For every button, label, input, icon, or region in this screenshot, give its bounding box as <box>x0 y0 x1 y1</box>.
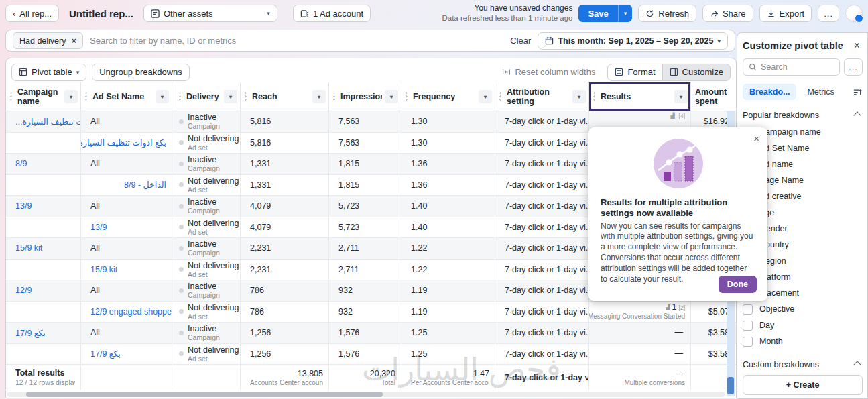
column-header-ad-set-name[interactable]: Ad Set Name▾ <box>81 82 172 111</box>
campaign-name-link[interactable]: 15/9 kit <box>15 243 42 253</box>
save-dropdown-button[interactable]: ▾ <box>618 5 633 22</box>
ad-set-name[interactable]: All <box>90 117 100 126</box>
done-button[interactable]: Done <box>719 276 757 293</box>
drag-handle[interactable] <box>499 91 501 102</box>
ad-set-name[interactable]: 12/9 engaged shoppers <box>90 307 172 317</box>
ad-set-name[interactable]: All <box>90 286 100 295</box>
assets-selector[interactable]: Other assets ▾ <box>143 5 277 22</box>
remove-filter-icon[interactable]: × <box>71 36 76 46</box>
create-custom-breakdown-button[interactable]: + Create <box>743 375 863 395</box>
tab-breakdowns[interactable]: Breakdo... <box>743 84 796 100</box>
close-panel-icon[interactable]: × <box>851 40 863 52</box>
column-menu-button[interactable]: ▾ <box>572 90 586 103</box>
table-row[interactable]: بكع 17/9 Not deliveringAd set 1,256 1,57… <box>6 344 737 365</box>
tab-metrics[interactable]: Metrics <box>803 84 838 100</box>
drag-handle[interactable] <box>85 91 87 102</box>
chevron-down-icon: ▾ <box>76 69 80 76</box>
more-options-button[interactable]: ... <box>818 5 839 22</box>
column-menu-button[interactable]: ▾ <box>674 90 688 103</box>
column-header-results[interactable]: Results▾ <box>589 82 691 111</box>
drag-handle[interactable] <box>406 91 408 102</box>
date-range-selector[interactable]: This month: Sep 1, 2025 – Sep 20, 2025 ▾ <box>538 32 728 50</box>
checkbox[interactable] <box>743 337 753 347</box>
ad-set-name[interactable]: 15/9 kit <box>90 265 117 274</box>
ad-account-selector[interactable]: 1 Ad account <box>293 5 371 22</box>
panel-more-options-button[interactable]: ... <box>844 58 863 76</box>
results-chart-illustration <box>601 138 755 189</box>
table-row[interactable]: 12/9 engaged shoppers Not deliveringAd s… <box>6 302 737 323</box>
filter-chip-had-delivery[interactable]: Had delivery × <box>13 32 83 49</box>
column-header-frequency[interactable]: Frequency▾ <box>401 82 495 111</box>
column-header-amount-spent[interactable]: Amount spent <box>691 82 736 111</box>
collapse-section-icon[interactable] <box>853 111 861 119</box>
account-avatar[interactable] <box>845 5 863 22</box>
reach-cell: 5,816 <box>241 111 329 132</box>
column-menu-button[interactable]: ▾ <box>156 90 169 103</box>
ad-set-name[interactable]: All <box>90 328 100 337</box>
column-header-impressions[interactable]: Impressions▾ <box>329 82 401 111</box>
reach-cell: 1,256 <box>241 323 329 343</box>
view-type-selector[interactable]: Pivot table ▾ <box>11 64 86 81</box>
drag-handle[interactable] <box>10 91 12 102</box>
ad-set-name[interactable]: بكع ادوات تنظيف السيارة <box>81 137 166 148</box>
column-menu-button[interactable]: ▾ <box>64 90 78 103</box>
drag-handle[interactable] <box>245 91 247 102</box>
customize-button[interactable]: Customize <box>662 64 731 81</box>
ad-set-name[interactable]: All <box>90 159 100 168</box>
attribution-setting-cell: 7-day click or 1-day vi... <box>495 217 589 238</box>
table-row[interactable]: بكع 17/9 All InactiveCampaign 1,256 1,57… <box>6 323 737 344</box>
collapse-section-icon[interactable] <box>853 361 861 368</box>
share-button[interactable]: Share <box>702 5 753 22</box>
column-header-attribution-setting[interactable]: Attribution setting▾ <box>495 82 589 111</box>
impressions-cell: 2,711 <box>329 238 401 259</box>
column-header-campaign-name[interactable]: Campaign name▾ <box>6 82 81 111</box>
clear-filters-link[interactable]: Clear <box>510 36 531 46</box>
ad-set-name[interactable]: الداخل - 8/9 <box>124 180 166 190</box>
sort-icon[interactable] <box>853 87 863 97</box>
vertical-scrollbar-thumb[interactable] <box>727 377 734 394</box>
frequency-cell: 1.19 <box>401 280 495 301</box>
column-header-delivery[interactable]: Delivery▾ <box>172 82 241 111</box>
column-menu-button[interactable]: ▾ <box>385 90 398 103</box>
checkbox[interactable] <box>743 304 753 315</box>
breakdown-option[interactable]: Day <box>743 317 863 333</box>
campaign-name-link[interactable]: 13/9 <box>15 201 32 211</box>
export-button[interactable]: Export <box>759 5 812 22</box>
delivery-level: Campaign <box>188 249 220 257</box>
refresh-button[interactable]: Refresh <box>638 5 696 22</box>
drag-handle[interactable] <box>179 91 181 102</box>
campaign-name-link[interactable]: بكع 17/9 <box>15 328 46 338</box>
filter-search-input[interactable]: Search to filter by name, ID or metrics <box>90 36 503 46</box>
checkbox[interactable] <box>743 321 753 331</box>
drag-handle[interactable] <box>593 91 595 102</box>
close-popover-icon[interactable]: × <box>753 133 759 144</box>
ungroup-breakdowns-button[interactable]: Ungroup breakdowns <box>92 64 190 81</box>
report-title[interactable]: Untitled rep... <box>69 8 133 19</box>
save-button[interactable]: Save <box>578 5 617 22</box>
breakdown-option[interactable]: Objective <box>743 301 863 317</box>
reset-column-widths-button[interactable]: Reset column widths <box>495 64 602 81</box>
horizontal-scrollbar-thumb[interactable] <box>26 392 383 397</box>
format-button[interactable]: Format <box>607 64 662 81</box>
ad-set-name[interactable]: All <box>90 243 100 253</box>
table-header-row: Campaign name▾ Ad Set Name▾ Delivery▾ Re… <box>6 82 737 111</box>
back-to-all-reports-button[interactable]: ‹ All rep... <box>5 5 59 22</box>
column-menu-button[interactable]: ▾ <box>312 90 326 103</box>
column-header-reach[interactable]: Reach▾ <box>241 82 329 111</box>
frequency-cell: 1.36 <box>401 175 495 196</box>
column-menu-button[interactable]: ▾ <box>224 90 237 103</box>
horizontal-scrollbar[interactable] <box>7 392 725 397</box>
breakdown-search-input[interactable]: Search <box>743 58 840 76</box>
impressions-cell: 2,711 <box>329 260 401 280</box>
reach-cell: 5,816 <box>241 133 329 154</box>
campaign-name-link[interactable]: 8/9 <box>15 159 27 168</box>
drag-handle[interactable] <box>333 91 335 102</box>
column-menu-button[interactable]: ▾ <box>479 90 492 103</box>
campaign-name-link[interactable]: 12/9 <box>15 286 32 295</box>
ad-set-name[interactable]: بكع 17/9 <box>90 349 121 359</box>
ad-set-name[interactable]: 13/9 <box>90 223 107 232</box>
attribution-setting-cell: 7-day click or 1-day vi... <box>495 323 589 343</box>
campaign-name-link[interactable]: ‎...ات تنظيف السيارة <box>15 117 81 127</box>
breakdown-option[interactable]: Month <box>743 333 863 349</box>
ad-set-name[interactable]: All <box>90 201 100 211</box>
